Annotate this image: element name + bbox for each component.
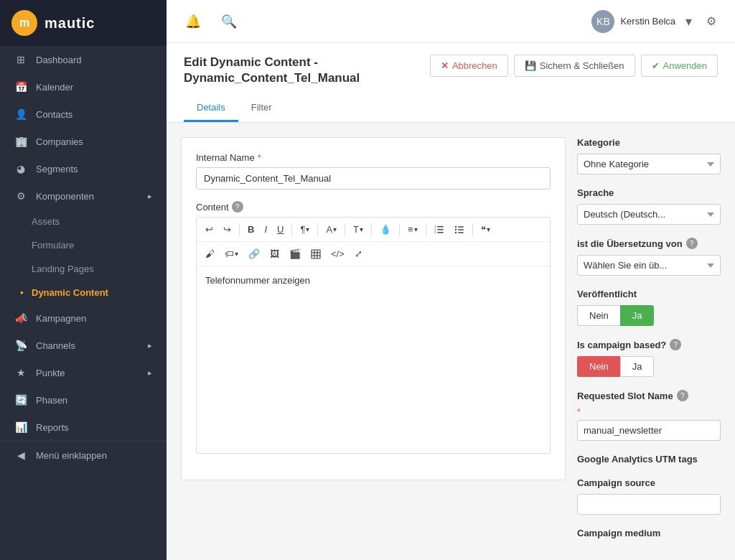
save-close-button[interactable]: 💾 Sichern & Schließen [514, 55, 635, 77]
campaign-based-info-icon[interactable]: ? [670, 339, 681, 350]
undo-button[interactable]: ↩ [201, 221, 217, 238]
svg-point-7 [454, 228, 456, 230]
tab-details[interactable]: Details [184, 95, 238, 122]
sep3 [317, 223, 318, 236]
font-size-button[interactable]: T ▾ [349, 221, 368, 238]
search-button[interactable]: 🔍 [217, 9, 241, 34]
utm-section: Google Analytics UTM tags [577, 454, 721, 465]
sidebar-item-companies[interactable]: 🏢 Companies [0, 128, 167, 155]
main-content: Edit Dynamic Content - Dynamic_Content_T… [167, 43, 735, 560]
tag-button[interactable]: 🏷 ▾ [220, 246, 243, 262]
ul-button[interactable] [450, 222, 469, 238]
campaign-based-nein[interactable]: Nein [577, 356, 620, 377]
sep7 [426, 223, 426, 236]
abort-button[interactable]: ✕ Abbrechen [430, 55, 508, 77]
sidebar-item-contacts[interactable]: 👤 Contacts [0, 101, 167, 128]
phasen-icon: 🔄 [14, 394, 27, 406]
segments-icon: ◕ [14, 163, 27, 174]
sidebar-item-dashboard[interactable]: ⊞ Dashboard [0, 46, 167, 73]
sidebar-item-phasen[interactable]: 🔄 Phasen [0, 386, 167, 414]
settings-button[interactable]: ⚙ [702, 10, 721, 32]
sep2 [291, 223, 292, 236]
campaign-medium-label: Campaign medium [577, 528, 721, 538]
user-dropdown-button[interactable]: ▾ [681, 9, 696, 34]
sidebar-item-assets[interactable]: Assets [0, 210, 167, 233]
redo-button[interactable]: ↪ [219, 221, 235, 238]
action-buttons: ✕ Abbrechen 💾 Sichern & Schließen ✔ Anwe… [430, 55, 718, 77]
campaign-source-input[interactable] [577, 494, 721, 515]
paragraph-button[interactable]: ¶ ▾ [296, 221, 314, 238]
content-info-icon[interactable]: ? [232, 201, 243, 213]
dashboard-icon: ⊞ [14, 54, 27, 65]
sprache-select[interactable]: Deutsch (Deutsch... [577, 204, 721, 225]
image-button[interactable]: 🖼 [266, 246, 284, 262]
sidebar-bottom: ◀ Menü einklappen [0, 441, 167, 469]
tabs: Details Filter [184, 95, 718, 122]
quote-button[interactable]: ❝ ▾ [477, 221, 495, 238]
uebersetzung-info-icon[interactable]: ? [686, 238, 698, 249]
sidebar-item-punkte[interactable]: ★ Punkte ▸ [0, 359, 167, 386]
punkte-icon: ★ [14, 367, 27, 378]
slot-name-title-row: Requested Slot Name ? [577, 390, 721, 401]
bold-button[interactable]: B [243, 221, 258, 238]
sidebar-item-channels[interactable]: 📡 Channels ▸ [0, 332, 167, 359]
campaign-based-ja[interactable]: Ja [620, 356, 655, 377]
logo-icon: m [11, 10, 37, 36]
editor-toolbar: ↩ ↪ B I U ¶ ▾ A ▾ [196, 217, 551, 454]
page-title: Edit Dynamic Content - Dynamic_Content_T… [184, 55, 360, 86]
svg-rect-12 [312, 250, 320, 258]
user-name: Kerstin Belca [620, 16, 675, 27]
tab-filter[interactable]: Filter [238, 95, 285, 122]
apply-button[interactable]: ✔ Anwenden [641, 55, 718, 77]
sidebar-item-segments[interactable]: ◕ Segments [0, 155, 167, 182]
editor-content[interactable]: Telefonnummer anzeigen [197, 266, 550, 453]
content-group: Content ? ↩ ↪ B I U ¶ ▾ [196, 201, 551, 454]
contacts-icon: 👤 [14, 108, 27, 120]
dropper-button[interactable]: 💧 [375, 221, 395, 238]
video-button[interactable]: 🎬 [285, 246, 305, 262]
internal-name-group: Internal Name * [196, 152, 551, 190]
sidebar-collapse[interactable]: ◀ Menü einklappen [0, 442, 167, 469]
required-indicator: * [258, 152, 261, 163]
kategorie-select[interactable]: Ohne Kategorie [577, 154, 721, 174]
code-button[interactable]: </> [327, 246, 349, 262]
svg-rect-9 [458, 226, 464, 228]
sep1 [239, 223, 240, 236]
form-right: Kategorie Ohne Kategorie Sprache Deutsch… [577, 137, 721, 551]
veroeffentlicht-ja[interactable]: Ja [620, 305, 655, 326]
chevron-right-icon: ▸ [148, 192, 152, 201]
save-icon: 💾 [525, 60, 536, 71]
slot-name-input[interactable] [577, 420, 721, 441]
campaign-source-label: Campaign source [577, 477, 721, 488]
italic-button[interactable]: I [260, 221, 271, 238]
calendar-icon: 📅 [14, 81, 27, 93]
sidebar-item-reports[interactable]: 📊 Reports [0, 414, 167, 441]
link-button[interactable]: 🔗 [244, 246, 264, 262]
sidebar-item-landing-pages[interactable]: Landing Pages [0, 257, 167, 281]
slot-name-info-icon[interactable]: ? [677, 390, 688, 401]
brush-button[interactable]: 🖌 [201, 246, 219, 262]
table-button[interactable] [306, 246, 325, 262]
underline-button[interactable]: U [273, 221, 288, 238]
svg-rect-0 [437, 226, 444, 228]
uebersetzung-select[interactable]: Wählen Sie ein üb... [577, 255, 721, 276]
sidebar-item-formulare[interactable]: Formulare [0, 233, 167, 257]
internal-name-input[interactable] [196, 167, 551, 190]
sidebar-item-kalender[interactable]: 📅 Kalender [0, 73, 167, 101]
sep8 [472, 223, 473, 236]
campaign-based-label: Is campaign based? [577, 340, 666, 350]
chevron-right-icon2: ▸ [148, 341, 152, 350]
sidebar-item-kampagnen[interactable]: 📣 Kampagnen [0, 304, 167, 332]
companies-icon: 🏢 [14, 136, 27, 147]
svg-point-8 [454, 231, 456, 233]
ol-button[interactable]: 123 [430, 222, 449, 238]
sidebar-item-dynamic-content[interactable]: ● Dynamic Content [0, 281, 167, 304]
sidebar-item-komponenten[interactable]: ⚙ Komponenten ▸ [0, 182, 167, 210]
fullscreen-button[interactable]: ⤢ [350, 246, 367, 262]
komponenten-icon: ⚙ [14, 190, 27, 202]
font-color-button[interactable]: A ▾ [322, 221, 341, 238]
veroeffentlicht-nein[interactable]: Nein [577, 305, 620, 326]
sprache-label: Sprache [577, 187, 721, 198]
align-button[interactable]: ≡ ▾ [403, 221, 422, 238]
notification-button[interactable]: 🔔 [181, 9, 205, 34]
